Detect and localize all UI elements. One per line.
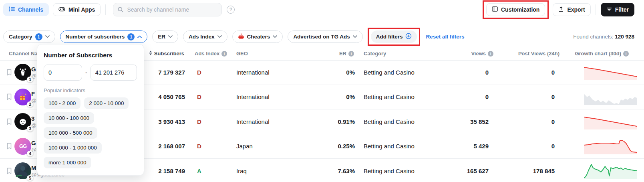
ads-index-value: D bbox=[197, 134, 201, 159]
filter-chip-subscribers[interactable]: Number of subscribers 1 bbox=[60, 30, 148, 43]
post-views-value: 0 bbox=[499, 85, 555, 109]
er-value: 0% bbox=[310, 60, 355, 85]
subscribers-min-input[interactable] bbox=[44, 65, 82, 81]
search-icon bbox=[117, 6, 124, 14]
toolbar-divider bbox=[105, 4, 106, 15]
growth-sparkline bbox=[584, 159, 637, 182]
tg-ads-chip-label: Advertised on TG Ads bbox=[293, 34, 350, 40]
category-filter-count-badge: 1 bbox=[35, 33, 42, 40]
column-header-views[interactable]: Views bbox=[433, 47, 493, 60]
column-header-post-views[interactable]: Post Views (24h) bbox=[497, 47, 559, 60]
robot-icon bbox=[238, 33, 244, 40]
info-icon[interactable] bbox=[488, 51, 493, 57]
filter-button[interactable]: Filter bbox=[601, 3, 634, 16]
category-value: Betting and Casino bbox=[364, 60, 415, 85]
range-chip[interactable]: 100 - 2 000 bbox=[44, 97, 80, 109]
column-header-growth-chart[interactable]: Growth chart (30d) bbox=[557, 47, 629, 60]
mini-apps-tab-label: Mini Apps bbox=[68, 6, 95, 13]
channels-tab[interactable]: Channels bbox=[3, 3, 49, 16]
mini-apps-tab[interactable]: Mini Apps bbox=[53, 3, 101, 16]
found-channels-label: Found channels: bbox=[573, 34, 613, 40]
post-views-value: 0 bbox=[499, 134, 555, 159]
channel-name: 3 bbox=[31, 115, 34, 121]
add-filters-button[interactable]: Add filters bbox=[371, 30, 417, 43]
customization-button[interactable]: Customization bbox=[486, 3, 545, 16]
gamepad-icon bbox=[58, 6, 65, 13]
post-views-value: 178 845 bbox=[499, 159, 555, 182]
subscribers-filter-count-badge: 1 bbox=[127, 33, 135, 40]
info-icon[interactable] bbox=[623, 51, 629, 57]
sort-icon bbox=[149, 51, 152, 57]
filters-row: Category 1 Number of subscribers 1 ER Ad… bbox=[3, 28, 641, 46]
filter-chip-tg-ads[interactable]: Advertised on TG Ads bbox=[288, 30, 362, 43]
geo-value: International bbox=[236, 60, 270, 85]
er-value: 7.63% bbox=[310, 159, 355, 182]
filter-chip-cheaters[interactable]: Cheaters bbox=[232, 30, 283, 43]
subscribers-chip-label: Number of subscribers bbox=[66, 34, 125, 40]
chevron-up-icon bbox=[137, 35, 142, 38]
columns-layout-icon bbox=[492, 6, 498, 13]
range-chip[interactable]: 2 000 - 10 000 bbox=[84, 97, 129, 109]
channels-tab-label: Channels bbox=[18, 6, 43, 13]
channel-handle: @ bbox=[31, 98, 36, 103]
channel-identity: F @ bbox=[31, 85, 36, 109]
info-icon[interactable] bbox=[348, 51, 354, 57]
filter-chip-category[interactable]: Category 1 bbox=[3, 30, 55, 43]
toolbar-right: Customization Export Filter bbox=[483, 0, 644, 19]
toolbar-divider-2 bbox=[596, 4, 596, 15]
channel-avatar: GG 4 bbox=[14, 134, 31, 159]
category-chip-label: Category bbox=[9, 34, 32, 40]
search-input[interactable] bbox=[113, 3, 222, 16]
range-chip[interactable]: 100 000 - 1 000 000 bbox=[44, 142, 102, 154]
column-header-geo[interactable]: GEO bbox=[236, 47, 248, 60]
ads-index-value: D bbox=[197, 60, 201, 85]
channel-avatar: 1 bbox=[14, 60, 31, 85]
channel-identity: G @ bbox=[31, 134, 36, 159]
chevron-down-icon bbox=[353, 35, 357, 38]
range-chip[interactable]: 100 000 - 500 000 bbox=[44, 127, 97, 139]
channel-handle: @ bbox=[31, 123, 36, 128]
subscribers-filter-panel: Number of Subscribers - Popular indicato… bbox=[37, 44, 144, 176]
post-views-value: 0 bbox=[499, 60, 555, 85]
reset-all-filters-link[interactable]: Reset all filters bbox=[426, 34, 464, 40]
customization-highlight-box: Customization bbox=[483, 0, 549, 19]
growth-sparkline bbox=[584, 109, 637, 134]
channel-avatar: 3 bbox=[14, 109, 31, 134]
chevron-down-icon bbox=[45, 35, 50, 38]
info-icon[interactable] bbox=[221, 51, 227, 57]
channel-handle: @ bbox=[31, 147, 36, 152]
bookmark-icon[interactable] bbox=[6, 159, 13, 182]
ads-index-value: A bbox=[197, 159, 201, 182]
ads-index-value: D bbox=[197, 85, 201, 109]
geo-value: Japan bbox=[236, 134, 253, 159]
panel-title: Number of Subscribers bbox=[44, 52, 137, 59]
column-header-category[interactable]: Category bbox=[364, 47, 386, 60]
filter-chip-er[interactable]: ER bbox=[152, 30, 178, 43]
bookmark-icon[interactable] bbox=[6, 109, 13, 134]
category-value: Betting and Casino bbox=[364, 159, 415, 182]
column-header-ads-index[interactable]: Ads Index bbox=[195, 47, 227, 60]
post-views-value: 0 bbox=[499, 109, 555, 134]
bookmark-icon[interactable] bbox=[6, 60, 13, 85]
growth-sparkline bbox=[584, 85, 637, 109]
er-value: 0% bbox=[310, 85, 355, 109]
export-label: Export bbox=[567, 6, 585, 13]
geo-value: International bbox=[236, 85, 270, 109]
help-icon[interactable] bbox=[227, 6, 235, 14]
column-header-er[interactable]: ER bbox=[306, 47, 354, 60]
bookmark-icon[interactable] bbox=[6, 134, 13, 159]
category-value: Betting and Casino bbox=[364, 109, 415, 134]
avatar-monogram: GG bbox=[19, 143, 26, 149]
bookmark-icon[interactable] bbox=[6, 85, 13, 109]
channel-name: G bbox=[31, 140, 36, 146]
range-chip[interactable]: 10 000 - 100 000 bbox=[44, 112, 94, 124]
export-button[interactable]: Export bbox=[553, 3, 590, 16]
channel-identity: G @ bbox=[31, 60, 36, 85]
popular-indicators-label: Popular indicators bbox=[44, 87, 137, 93]
range-chip[interactable]: more 1 000 000 bbox=[44, 157, 91, 168]
filter-chip-ads-index[interactable]: Ads Index bbox=[183, 30, 227, 43]
subscribers-max-input[interactable] bbox=[91, 65, 137, 81]
plus-circle-icon bbox=[405, 33, 412, 40]
views-value: 35 852 bbox=[441, 109, 489, 134]
popular-ranges: 100 - 2 000 2 000 - 10 000 10 000 - 100 … bbox=[44, 97, 137, 168]
